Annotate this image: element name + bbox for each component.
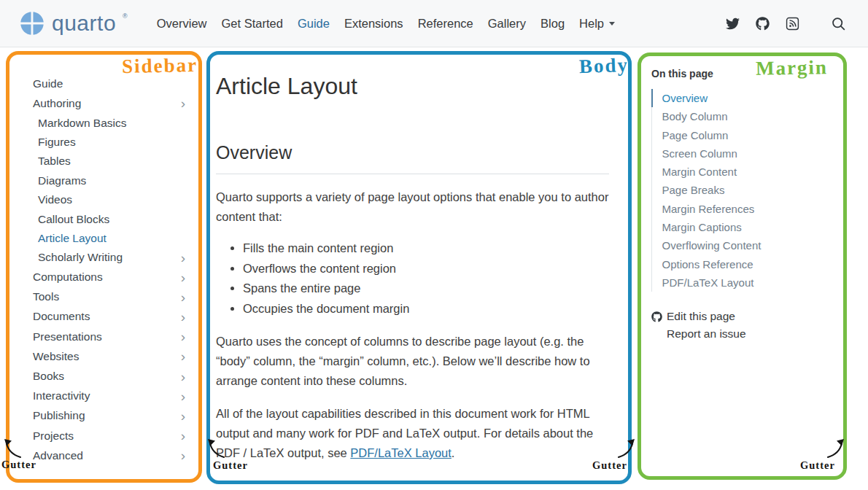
chevron-right-icon[interactable]: › [181, 251, 187, 265]
chevron-right-icon[interactable]: › [181, 330, 187, 343]
sidebar-item[interactable]: Authoring › [33, 93, 187, 113]
body-region: Article Layout Overview Quarto supports … [206, 51, 632, 484]
chevron-right-icon[interactable]: › [181, 349, 187, 363]
chevron-right-icon[interactable]: › [181, 370, 187, 384]
toc-list: Overview Body Column Page Column Screen … [651, 89, 834, 292]
toc-item[interactable]: Overflowing Content [651, 236, 835, 254]
chevron-right-icon[interactable]: › [181, 271, 187, 284]
toc-links: Edit this page Report an issue [651, 308, 834, 343]
chevron-down-icon [609, 22, 615, 26]
article-content: Article Layout Overview Quarto supports … [210, 55, 628, 463]
navbar-menu: Overview Get Started Guide Extensions [150, 11, 622, 36]
sidebar-item[interactable]: Computations › [33, 268, 187, 287]
paragraph: Quarto supports a variety of page layout… [216, 187, 609, 227]
sidebar-item[interactable]: Documents › [33, 307, 187, 327]
sidebar-item[interactable]: Publishing › [33, 406, 187, 426]
chevron-right-icon[interactable]: › [181, 290, 187, 304]
sidebar-item[interactable]: Article Layout [33, 229, 187, 248]
paragraph: Quarto uses the concept of columns to de… [216, 332, 609, 391]
sidebar-item[interactable]: Advanced › [33, 446, 187, 465]
toc-item[interactable]: Margin Content [651, 163, 835, 181]
toc-item[interactable]: Overview [651, 89, 835, 107]
toc-item[interactable]: Body Column [651, 107, 835, 125]
paragraph: All of the layout capabilities described… [216, 404, 609, 463]
sidebar-item[interactable]: Tables [33, 152, 187, 171]
list-item: Spans the entire page [243, 279, 609, 299]
sidebar-item[interactable]: Figures [33, 133, 187, 152]
registered-mark: ® [123, 12, 128, 20]
toc-heading: On this page [651, 68, 834, 79]
navbar-item[interactable]: Extensions [337, 11, 411, 36]
list-item: Occupies the document margin [243, 299, 609, 319]
report-an-issue-link[interactable]: Report an issue [651, 325, 834, 343]
pdf-latex-layout-link[interactable]: PDF/LaTeX Layout [350, 446, 452, 459]
table-of-contents: On this page Overview Body Column Page C… [641, 56, 843, 343]
toc-item[interactable]: PDF/LaTeX Layout [651, 273, 835, 292]
sidebar-item[interactable]: Diagrams [33, 171, 187, 190]
quarto-logo-icon [19, 10, 45, 36]
navbar-item[interactable]: Gallery [481, 11, 533, 36]
sidebar-item[interactable]: Interactivity › [33, 386, 187, 406]
quarto-docs-page: quarto ® Overview Get Started Guide [0, 0, 868, 490]
sidebar-item[interactable]: Callout Blocks [33, 209, 187, 228]
sidebar-item[interactable]: Websites › [33, 346, 187, 366]
list-item: Overflows the content region [243, 259, 609, 279]
margin-region: On this page Overview Body Column Page C… [638, 52, 847, 480]
sidebar-item[interactable]: Tools › [33, 287, 187, 307]
list-item: Fills the main content region [243, 238, 609, 259]
page-title: Article Layout [216, 71, 609, 101]
github-icon [651, 311, 662, 322]
navbar-icons [721, 12, 849, 34]
navbar-item[interactable]: Get Started [214, 11, 290, 36]
sidebar-nav: Guide Authoring › Markdown Basics Figure… [9, 55, 198, 465]
sidebar-item[interactable]: Presentations › [33, 327, 187, 346]
twitter-icon[interactable] [721, 12, 743, 34]
github-icon[interactable] [751, 12, 773, 34]
sidebar-item[interactable]: Guide [33, 74, 187, 93]
navbar-item[interactable]: Reference [411, 11, 481, 36]
toc-item[interactable]: Screen Column [651, 144, 835, 163]
toc-item[interactable]: Margin Captions [651, 218, 835, 236]
top-navbar: quarto ® Overview Get Started Guide [0, 0, 868, 47]
edit-this-page-link[interactable]: Edit this page [651, 308, 834, 325]
chevron-right-icon[interactable]: › [181, 310, 187, 324]
sidebar-region: Guide Authoring › Markdown Basics Figure… [6, 51, 202, 483]
brand-name: quarto [52, 10, 116, 36]
sidebar-item[interactable]: Projects › [33, 426, 187, 446]
navbar-item[interactable]: Blog [533, 11, 572, 36]
section-heading-overview: Overview [216, 142, 609, 174]
chevron-right-icon[interactable]: › [181, 389, 187, 403]
sidebar-item[interactable]: Books › [33, 366, 187, 386]
layout-options-list: Fills the main content regionOverflows t… [216, 238, 609, 319]
chevron-right-icon[interactable]: › [181, 448, 187, 462]
chevron-right-icon[interactable]: › [181, 409, 187, 423]
rss-icon[interactable] [781, 12, 803, 34]
navbar-item[interactable]: Overview [150, 11, 214, 36]
toc-item[interactable]: Page Breaks [651, 181, 835, 199]
navbar-item[interactable]: Guide [290, 11, 337, 36]
sidebar-item[interactable]: Markdown Basics [33, 113, 187, 132]
sidebar-item[interactable]: Scholarly Writing › [33, 248, 187, 267]
toc-item[interactable]: Options Reference [651, 255, 835, 273]
search-icon[interactable] [827, 12, 849, 34]
quarto-logo[interactable]: quarto ® [19, 10, 128, 36]
toc-item[interactable]: Page Column [651, 126, 835, 144]
chevron-right-icon[interactable]: › [181, 429, 187, 443]
sidebar-item[interactable]: Videos [33, 190, 187, 209]
chevron-right-icon[interactable]: › [181, 96, 187, 110]
toc-item[interactable]: Margin References [651, 200, 835, 218]
navbar-item[interactable]: Help [572, 11, 622, 36]
